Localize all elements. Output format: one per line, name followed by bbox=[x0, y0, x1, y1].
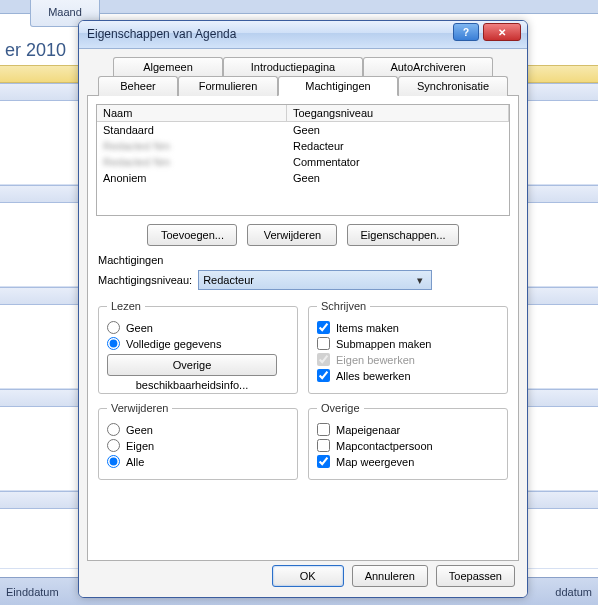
delete-legend: Verwijderen bbox=[107, 402, 172, 414]
other-visible[interactable]: Map weergeven bbox=[317, 455, 499, 468]
delete-all-option[interactable]: Alle bbox=[107, 455, 289, 468]
delete-group: Verwijderen Geen Eigen Alle bbox=[98, 402, 298, 480]
help-button[interactable]: ? bbox=[453, 23, 479, 41]
other-group: Overige Mapeigenaar Mapcontactpersoon Ma… bbox=[308, 402, 508, 480]
perm-row[interactable]: Anoniem Geen bbox=[97, 170, 509, 186]
read-legend: Lezen bbox=[107, 300, 145, 312]
permissions-section-label: Machtigingen bbox=[98, 254, 508, 266]
apply-button[interactable]: Toepassen bbox=[436, 565, 515, 587]
tab-autoarchiveren[interactable]: AutoArchiveren bbox=[363, 57, 493, 77]
perm-row[interactable]: Redacted Nm Commentator bbox=[97, 154, 509, 170]
folder-owner-checkbox[interactable] bbox=[317, 423, 330, 436]
perm-row[interactable]: Standaard Geen bbox=[97, 122, 509, 138]
other-owner[interactable]: Mapeigenaar bbox=[317, 423, 499, 436]
properties-dialog: Eigenschappen van Agenda ? ✕ Algemeen In… bbox=[78, 20, 528, 598]
ok-button[interactable]: OK bbox=[272, 565, 344, 587]
other-contact[interactable]: Mapcontactpersoon bbox=[317, 439, 499, 452]
tab-synchronisatie[interactable]: Synchronisatie bbox=[398, 76, 508, 96]
create-items-checkbox[interactable] bbox=[317, 321, 330, 334]
footer-label-right: ddatum bbox=[555, 578, 592, 605]
perm-col-name[interactable]: Naam bbox=[97, 105, 287, 122]
edit-all-checkbox[interactable] bbox=[317, 369, 330, 382]
permission-level-value: Redacteur bbox=[203, 274, 254, 286]
read-none-option[interactable]: Geen bbox=[107, 321, 289, 334]
permission-level-label: Machtigingsniveau: bbox=[98, 274, 192, 286]
permissions-list[interactable]: Naam Toegangsniveau Standaard Geen Redac… bbox=[96, 104, 510, 216]
folder-visible-checkbox[interactable] bbox=[317, 455, 330, 468]
read-group: Lezen Geen Volledige gegevens Overige be… bbox=[98, 300, 298, 394]
create-sub-checkbox[interactable] bbox=[317, 337, 330, 350]
delete-own-option[interactable]: Eigen bbox=[107, 439, 289, 452]
titlebar[interactable]: Eigenschappen van Agenda ? ✕ bbox=[79, 21, 527, 49]
tab-algemeen[interactable]: Algemeen bbox=[113, 57, 223, 77]
tab-introductiepagina[interactable]: Introductiepagina bbox=[223, 57, 363, 77]
write-create-items[interactable]: Items maken bbox=[317, 321, 499, 334]
tab-machtigingen[interactable]: Machtigingen bbox=[278, 76, 398, 96]
chevron-down-icon: ▾ bbox=[413, 274, 427, 287]
remove-button[interactable]: Verwijderen bbox=[247, 224, 337, 246]
write-group: Schrijven Items maken Submappen maken Ei… bbox=[308, 300, 508, 394]
tab-panel-machtigingen: Naam Toegangsniveau Standaard Geen Redac… bbox=[87, 95, 519, 561]
write-create-sub[interactable]: Submappen maken bbox=[317, 337, 499, 350]
write-edit-all[interactable]: Alles bewerken bbox=[317, 369, 499, 382]
perm-col-level[interactable]: Toegangsniveau bbox=[287, 105, 509, 122]
delete-none-radio[interactable] bbox=[107, 423, 120, 436]
edit-own-checkbox bbox=[317, 353, 330, 366]
write-legend: Schrijven bbox=[317, 300, 370, 312]
perm-row[interactable]: Redacted Nm Redacteur bbox=[97, 138, 509, 154]
delete-none-option[interactable]: Geen bbox=[107, 423, 289, 436]
properties-button[interactable]: Eigenschappen... bbox=[347, 224, 458, 246]
add-button[interactable]: Toevoegen... bbox=[147, 224, 237, 246]
read-none-radio[interactable] bbox=[107, 321, 120, 334]
write-edit-own: Eigen bewerken bbox=[317, 353, 499, 366]
read-full-radio[interactable] bbox=[107, 337, 120, 350]
tab-beheer[interactable]: Beheer bbox=[98, 76, 178, 96]
dialog-title: Eigenschappen van Agenda bbox=[87, 27, 236, 41]
freebusy-button[interactable]: Overige beschikbaarheidsinfo... bbox=[107, 354, 277, 376]
footer-label-left: Einddatum bbox=[6, 578, 59, 605]
delete-own-radio[interactable] bbox=[107, 439, 120, 452]
tab-formulieren[interactable]: Formulieren bbox=[178, 76, 278, 96]
delete-all-radio[interactable] bbox=[107, 455, 120, 468]
close-button[interactable]: ✕ bbox=[483, 23, 521, 41]
folder-contact-checkbox[interactable] bbox=[317, 439, 330, 452]
read-full-option[interactable]: Volledige gegevens bbox=[107, 337, 289, 350]
cancel-button[interactable]: Annuleren bbox=[352, 565, 428, 587]
other-legend: Overige bbox=[317, 402, 364, 414]
permission-level-combo[interactable]: Redacteur ▾ bbox=[198, 270, 432, 290]
